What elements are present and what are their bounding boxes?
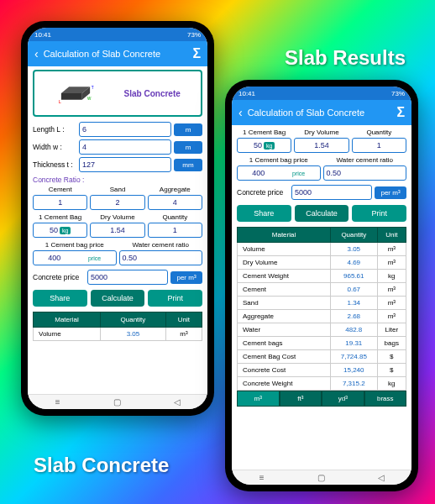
length-input[interactable]: 6	[79, 122, 171, 137]
nav-back-icon[interactable]: ◁	[373, 475, 390, 481]
concrete-price-unit[interactable]: per m³	[375, 186, 406, 199]
unit-selector: m³ ft³ yd³ brass	[237, 391, 406, 407]
back-icon[interactable]: ‹	[34, 47, 39, 60]
table-row: Cement Bag Cost7,724.85$	[238, 350, 406, 364]
price-row: 1 Cement bag price400price Water cement …	[237, 156, 406, 181]
cement-input[interactable]: 1	[33, 195, 87, 210]
dryvol-input[interactable]: 1.54	[294, 138, 349, 153]
wcr-input[interactable]: 0.50	[119, 250, 203, 265]
unit-ft3[interactable]: ft³	[280, 391, 322, 407]
length-unit[interactable]: m	[174, 123, 202, 136]
nav-bar: ≡ ▢ ◁	[232, 470, 411, 485]
table-row: Cement0.67m³	[238, 283, 406, 297]
svg-text:W: W	[87, 97, 92, 101]
unit-brass[interactable]: brass	[364, 391, 407, 407]
results-table: MaterialQuantityUnit Volume3.05m³Dry Vol…	[237, 227, 406, 391]
qty-header: Quantity	[352, 129, 406, 136]
concrete-price-input[interactable]: 5000	[291, 185, 372, 200]
kg-unit[interactable]: kg	[60, 227, 71, 234]
price-row: 1 Cement bag price400price Water cement …	[33, 241, 202, 265]
th-unit: Unit	[377, 228, 406, 243]
th-material: Material	[238, 228, 331, 243]
status-bar: 10:41 73%	[232, 87, 411, 100]
svg-text:L: L	[59, 99, 61, 104]
dryvol-input[interactable]: 1.54	[90, 223, 144, 238]
aggregate-header: Aggregate	[148, 186, 202, 193]
sum-icon[interactable]: Σ	[396, 105, 405, 120]
qty-header: Quantity	[148, 213, 202, 221]
aggregate-input[interactable]: 4	[148, 195, 202, 210]
share-button[interactable]: Share	[33, 290, 87, 307]
phone-right: 10:41 73% ‹ Calculation of Slab Concrete…	[225, 80, 418, 491]
table-row: Cement bags19.31bags	[238, 337, 406, 350]
status-bar: 10:41 73%	[28, 28, 207, 41]
sum-icon[interactable]: Σ	[192, 46, 201, 61]
th-qty: Quantity	[100, 312, 165, 328]
unit-m3[interactable]: m³	[237, 391, 280, 407]
nav-home-icon[interactable]: ▢	[313, 475, 330, 481]
back-icon[interactable]: ‹	[238, 106, 243, 119]
sand-input[interactable]: 2	[90, 195, 144, 210]
nav-bar: ≡ ▢ ◁	[28, 394, 207, 409]
qty-input[interactable]: 1	[352, 138, 406, 153]
concrete-price-label: Concrete price	[237, 188, 289, 197]
concrete-price-input[interactable]: 5000	[87, 270, 168, 285]
status-time: 10:41	[34, 31, 51, 39]
wcr-header: Water cement ratio	[119, 241, 203, 249]
sand-header: Sand	[90, 186, 144, 193]
bag-header: 1 Cement Bag	[237, 129, 291, 136]
table-row: Aggregate2.68m³	[238, 310, 406, 323]
length-label: Length L :	[33, 125, 76, 134]
th-material: Material	[34, 312, 101, 328]
status-battery: 73%	[391, 90, 405, 97]
bagprice-header: 1 Cement bag price	[237, 156, 321, 164]
bag-input[interactable]: 50kg	[237, 138, 291, 153]
unit-yd3[interactable]: yd³	[322, 391, 364, 407]
slab-shape-icon: LWT	[55, 81, 97, 105]
kg-unit[interactable]: kg	[264, 142, 275, 150]
table-row: Sand1.34m³	[238, 297, 406, 310]
calculate-button[interactable]: Calculate	[295, 205, 349, 222]
th-qty: Quantity	[330, 228, 377, 243]
calculate-button[interactable]: Calculate	[91, 290, 145, 307]
bag-row: 1 Cement Bag50kg Dry Volume1.54 Quantity…	[33, 213, 202, 238]
svg-marker-1	[61, 93, 82, 100]
print-button[interactable]: Print	[148, 290, 202, 307]
price-unit[interactable]: price	[76, 255, 113, 261]
nav-back-icon[interactable]: ◁	[169, 399, 186, 406]
qty-input[interactable]: 1	[148, 223, 202, 238]
bagprice-input[interactable]: 400price	[237, 165, 321, 181]
bagprice-header: 1 Cement bag price	[33, 241, 117, 249]
th-unit: Unit	[165, 312, 202, 328]
bag-header: 1 Cement Bag	[33, 213, 87, 221]
concrete-price-unit[interactable]: per m³	[170, 271, 202, 284]
thickness-unit[interactable]: mm	[174, 159, 202, 171]
dryvol-header: Dry Volume	[90, 213, 144, 221]
nav-home-icon[interactable]: ▢	[109, 399, 126, 406]
status-time: 10:41	[238, 90, 255, 97]
dryvol-header: Dry Volume	[294, 129, 349, 136]
phone-left: 10:41 73% ‹ Calculation of Slab Concrete…	[21, 21, 214, 416]
app-title: Calculation of Slab Concrete	[44, 49, 160, 59]
heading-concrete: Slab Concrete	[34, 454, 169, 477]
width-label: Width w :	[33, 143, 76, 151]
nav-menu-icon[interactable]: ≡	[254, 475, 270, 481]
bag-row: 1 Cement Bag50kg Dry Volume1.54 Quantity…	[237, 129, 406, 153]
thickness-label: Thickness t :	[33, 160, 76, 169]
cement-header: Cement	[33, 186, 87, 193]
nav-menu-icon[interactable]: ≡	[50, 399, 66, 406]
width-unit[interactable]: m	[174, 141, 202, 154]
share-button[interactable]: Share	[237, 205, 291, 222]
table-row: Dry Volume4.69m³	[238, 256, 406, 270]
results-table: MaterialQuantityUnit Volume3.05m³	[33, 312, 202, 341]
svg-text:T: T	[92, 86, 94, 90]
bag-input[interactable]: 50kg	[33, 223, 87, 238]
width-input[interactable]: 4	[79, 139, 171, 155]
bagprice-input[interactable]: 400price	[33, 250, 117, 265]
thickness-input[interactable]: 127	[79, 157, 171, 172]
print-button[interactable]: Print	[352, 205, 406, 222]
price-unit[interactable]: price	[280, 171, 317, 176]
app-bar: ‹ Calculation of Slab Concrete Σ	[28, 41, 207, 66]
wcr-input[interactable]: 0.50	[323, 165, 407, 181]
ratio-label: Concrete Ratio :	[33, 176, 202, 184]
